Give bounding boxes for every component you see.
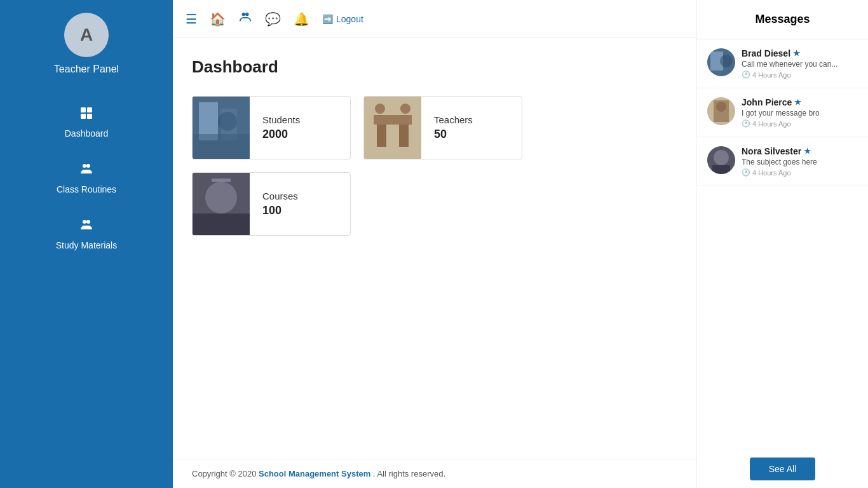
message-item-brad: Brad Diesel ★ Call me whenever you can..… <box>697 39 868 88</box>
footer: Copyright © 2020 School Management Syste… <box>173 459 696 488</box>
footer-brand[interactable]: School Management System <box>259 469 370 478</box>
clock-icon-brad: 🕐 <box>742 71 750 79</box>
message-name-brad: Brad Diesel ★ <box>742 48 858 58</box>
svg-point-6 <box>83 220 86 224</box>
stats-cards: Students 2000 Teachers <box>192 96 677 236</box>
sidebar: A Teacher Panel Dashboard Class Routines… <box>0 0 173 488</box>
svg-point-22 <box>205 182 237 214</box>
see-all-button[interactable]: See All <box>750 458 816 480</box>
svg-point-9 <box>245 13 249 17</box>
message-text-nora: The subject goes here <box>742 158 858 166</box>
avatar-john <box>707 97 735 125</box>
svg-rect-17 <box>399 121 409 147</box>
clock-icon-nora: 🕐 <box>742 168 750 177</box>
teachers-card-info: Teachers 50 <box>421 108 485 147</box>
svg-point-30 <box>716 102 726 112</box>
footer-copyright: Copyright © 2020 <box>192 469 256 478</box>
message-time-john: 🕐 4 Hours Ago <box>742 119 858 128</box>
teachers-label: Teachers <box>434 114 473 125</box>
star-icon-john: ★ <box>794 98 801 107</box>
study-materials-icon <box>79 217 94 236</box>
sidebar-item-study-materials-label: Study Materials <box>56 240 117 250</box>
menu-icon[interactable]: ☰ <box>186 11 197 27</box>
message-list: Brad Diesel ★ Call me whenever you can..… <box>697 39 868 450</box>
sidebar-item-class-routines[interactable]: Class Routines <box>0 150 173 206</box>
teachers-value: 50 <box>434 128 473 141</box>
messages-title: Messages <box>697 0 868 39</box>
class-routines-icon <box>79 161 94 180</box>
sidebar-item-study-materials[interactable]: Study Materials <box>0 206 173 262</box>
page-title: Dashboard <box>192 57 677 77</box>
svg-point-27 <box>720 55 733 67</box>
clock-icon-john: 🕐 <box>742 119 750 128</box>
message-time-nora: 🕐 4 Hours Ago <box>742 168 858 177</box>
bell-icon[interactable]: 🔔 <box>294 11 309 27</box>
message-name-nora: Nora Silvester ★ <box>742 146 858 156</box>
messages-panel: Messages Brad Diesel ★ Call me whenever … <box>696 0 868 488</box>
svg-point-20 <box>400 104 410 114</box>
svg-rect-1 <box>87 107 92 112</box>
dashboard-icon <box>79 105 94 125</box>
svg-rect-13 <box>193 134 250 159</box>
courses-card: Courses 100 <box>192 172 351 236</box>
svg-rect-23 <box>193 214 250 236</box>
footer-suffix: . All rights reserved. <box>373 469 445 478</box>
home-icon[interactable]: 🏠 <box>210 11 226 27</box>
star-icon-nora: ★ <box>804 147 811 156</box>
svg-rect-3 <box>87 114 92 119</box>
students-label: Students <box>262 114 300 125</box>
star-icon-brad: ★ <box>793 49 800 58</box>
message-content-brad: Brad Diesel ★ Call me whenever you can..… <box>742 48 858 79</box>
svg-point-14 <box>218 112 237 131</box>
students-card-info: Students 2000 <box>250 108 313 147</box>
svg-point-32 <box>714 150 729 165</box>
sidebar-item-dashboard[interactable]: Dashboard <box>0 94 173 150</box>
message-text-brad: Call me whenever you can... <box>742 60 858 69</box>
message-content-nora: Nora Silvester ★ The subject goes here 🕐… <box>742 146 858 177</box>
message-item-nora: Nora Silvester ★ The subject goes here 🕐… <box>697 137 868 186</box>
students-card-image <box>193 96 250 159</box>
sidebar-item-class-routines-label: Class Routines <box>57 184 116 194</box>
svg-rect-0 <box>81 107 86 112</box>
logout-button[interactable]: ➡️ Logout <box>322 14 363 24</box>
svg-rect-16 <box>377 121 386 147</box>
svg-point-7 <box>86 220 90 224</box>
chat-icon[interactable]: 💬 <box>265 11 281 27</box>
svg-rect-2 <box>81 114 86 119</box>
avatar: A <box>64 13 109 57</box>
students-card: Students 2000 <box>192 96 351 159</box>
svg-rect-18 <box>374 115 412 125</box>
avatar-brad <box>707 48 735 76</box>
students-value: 2000 <box>262 128 300 141</box>
svg-rect-24 <box>212 179 231 182</box>
users-icon[interactable] <box>238 10 252 27</box>
svg-rect-15 <box>364 96 421 159</box>
teachers-card-image <box>364 96 421 159</box>
svg-point-19 <box>375 104 385 114</box>
svg-rect-33 <box>712 165 730 174</box>
logout-icon: ➡️ <box>322 14 333 24</box>
svg-point-4 <box>83 164 86 168</box>
content-area: Dashboard Students 2000 <box>173 38 696 459</box>
courses-value: 100 <box>262 204 298 217</box>
svg-point-5 <box>86 164 90 168</box>
courses-label: Courses <box>262 191 298 201</box>
sidebar-item-dashboard-label: Dashboard <box>65 128 109 139</box>
message-name-john: John Pierce ★ <box>742 97 858 107</box>
top-navbar: ☰ 🏠 💬 🔔 ➡️ Logout <box>173 0 696 38</box>
teachers-card: Teachers 50 <box>363 96 522 159</box>
svg-point-8 <box>242 13 246 17</box>
panel-title: Teacher Panel <box>54 64 119 75</box>
message-content-john: John Pierce ★ I got your message bro 🕐 4… <box>742 97 858 128</box>
avatar-nora <box>707 146 735 174</box>
message-text-john: I got your message bro <box>742 109 858 118</box>
message-time-brad: 🕐 4 Hours Ago <box>742 71 858 79</box>
courses-card-info: Courses 100 <box>250 184 311 224</box>
courses-card-image <box>193 172 250 236</box>
main-area: ☰ 🏠 💬 🔔 ➡️ Logout Dashboard <box>173 0 696 488</box>
message-item-john: John Pierce ★ I got your message bro 🕐 4… <box>697 88 868 137</box>
